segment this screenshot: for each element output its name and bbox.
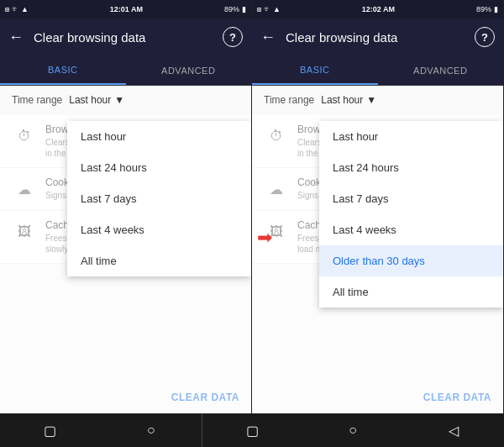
dropdown-menu-2: Last hour Last 24 hours Last 7 days Last… <box>319 121 503 308</box>
dropdown-item-all-time-1[interactable]: All time <box>67 245 251 276</box>
tab-advanced-2[interactable]: ADVANCED <box>378 55 504 85</box>
nav-home-button-1[interactable]: ○ <box>101 413 202 447</box>
time-range-value-2: Last hour <box>321 94 363 106</box>
tabs-1: BASIC ADVANCED <box>0 55 251 86</box>
dropdown-item-all-time-2[interactable]: All time <box>319 276 503 308</box>
status-time-2: 12:02 AM <box>362 5 395 13</box>
status-time-1: 12:01 AM <box>110 5 143 13</box>
time-range-label-1: Time range <box>12 94 62 106</box>
dropdown-item-last-4w-2[interactable]: Last 4 weeks <box>319 214 503 245</box>
square-icon-1: ▢ <box>44 423 56 439</box>
top-bar-1: ← Clear browsing data ? <box>0 18 251 55</box>
nav-square-button-1[interactable]: ▢ <box>0 413 101 447</box>
status-right-icons-1: 89% ▮ <box>224 5 246 13</box>
circle-icon-1: ○ <box>147 423 155 438</box>
dropdown-arrow-2: ▼ <box>366 94 376 106</box>
dropdown-item-last-24h-1[interactable]: Last 24 hours <box>67 152 251 183</box>
square-icon-2: ▢ <box>246 423 259 439</box>
nav-bar: ▢ ○ ▢ ○ ◁ <box>0 413 504 447</box>
status-left-icons: ▣ ᯤ ▲ <box>5 5 29 13</box>
back-button-1[interactable]: ← <box>8 29 24 46</box>
battery-label-1: 89% <box>224 5 239 13</box>
battery-label-2: 89% <box>476 5 491 13</box>
time-range-label-2: Time range <box>264 94 314 106</box>
screen-1: ▣ ᯤ ▲ 12:01 AM 89% ▮ ← Clear browsing da… <box>0 0 252 413</box>
dropdown-menu-1: Last hour Last 24 hours Last 7 days Last… <box>67 121 251 276</box>
time-range-value-1: Last hour <box>69 94 111 106</box>
content-1: Time range Last hour ▼ ⏱ Browsing histor… <box>0 86 251 413</box>
tab-basic-1[interactable]: BASIC <box>0 55 126 85</box>
nav-home-button-2[interactable]: ○ <box>302 413 403 447</box>
dropdown-item-last-hour-1[interactable]: Last hour <box>67 121 251 152</box>
dropdown-item-last-24h-2[interactable]: Last 24 hours <box>319 152 503 183</box>
help-button-1[interactable]: ? <box>223 27 243 47</box>
content-2: Time range Last hour ▼ ⏱ Browsing histo.… <box>252 86 503 413</box>
dropdown-item-last-4w-1[interactable]: Last 4 weeks <box>67 214 251 245</box>
top-bar-2: ← Clear browsing data ? <box>252 18 503 55</box>
signal-icons: ▣ ᯤ ▲ <box>5 5 29 13</box>
status-bar-2: ▣ ᯤ ▲ 12:02 AM 89% ▮ <box>252 0 503 18</box>
dropdown-item-older-30-2[interactable]: Older than 30 days <box>319 245 503 276</box>
time-range-row-1: Time range Last hour ▼ <box>0 86 251 114</box>
time-range-row-2: Time range Last hour ▼ <box>252 86 503 114</box>
dropdown-item-last-7d-2[interactable]: Last 7 days <box>319 183 503 214</box>
nav-square-button-2[interactable]: ▢ <box>202 413 302 447</box>
page-title-1: Clear browsing data <box>34 30 223 45</box>
tab-advanced-1[interactable]: ADVANCED <box>126 55 252 85</box>
status-left-icons-2: ▣ ᯤ ▲ <box>257 5 281 13</box>
screen-2: ▣ ᯤ ▲ 12:02 AM 89% ▮ ← Clear browsing da… <box>252 0 504 413</box>
help-button-2[interactable]: ? <box>475 27 495 47</box>
back-button-2[interactable]: ← <box>260 29 276 46</box>
dropdown-item-last-hour-2[interactable]: Last hour <box>319 121 503 152</box>
dropdown-arrow-1: ▼ <box>114 94 124 106</box>
signal-icons-2: ▣ ᯤ ▲ <box>257 5 281 13</box>
status-right-icons-2: 89% ▮ <box>476 5 498 13</box>
tabs-2: BASIC ADVANCED <box>252 55 503 86</box>
status-bar-1: ▣ ᯤ ▲ 12:01 AM 89% ▮ <box>0 0 251 18</box>
time-range-dropdown-1[interactable]: Last hour ▼ <box>69 94 124 106</box>
circle-icon-2: ○ <box>349 423 357 438</box>
time-range-dropdown-2[interactable]: Last hour ▼ <box>321 94 376 106</box>
nav-back-button-2[interactable]: ◁ <box>403 413 504 447</box>
back-icon-2: ◁ <box>449 423 459 439</box>
battery-icon-2: ▮ <box>494 5 498 13</box>
tab-basic-2[interactable]: BASIC <box>252 55 378 85</box>
page-title-2: Clear browsing data <box>286 30 475 45</box>
red-arrow-indicator: ➡ <box>257 227 272 249</box>
dropdown-item-last-7d-1[interactable]: Last 7 days <box>67 183 251 214</box>
battery-icon-1: ▮ <box>242 5 246 13</box>
